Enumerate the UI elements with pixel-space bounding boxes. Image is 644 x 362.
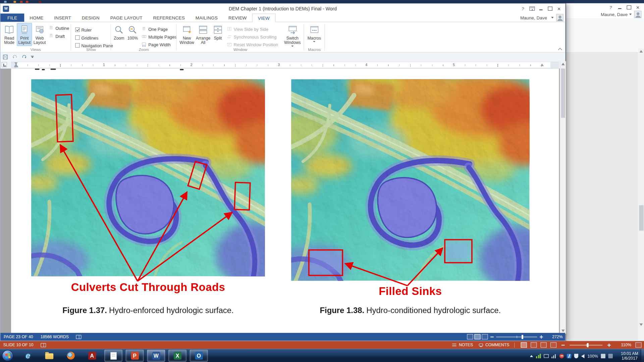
tab-insert[interactable]: INSERT bbox=[49, 13, 76, 21]
hanging-indent-marker[interactable] bbox=[14, 64, 18, 66]
tab-review[interactable]: REVIEW bbox=[223, 13, 252, 21]
synchronous-scrolling-button[interactable]: Synchronous Scrolling bbox=[227, 33, 279, 40]
fit-to-window-icon[interactable] bbox=[635, 342, 641, 348]
page-indicator[interactable]: PAGE 23 OF 40 bbox=[4, 335, 33, 339]
tab-file[interactable]: FILE bbox=[0, 13, 24, 21]
background-qat-icon[interactable] bbox=[26, 1, 28, 3]
powerpoint-scrollbar[interactable] bbox=[638, 48, 644, 327]
taskbar-outlook[interactable]: O bbox=[190, 350, 208, 362]
display-icon[interactable] bbox=[544, 354, 549, 358]
spellcheck-icon[interactable] bbox=[41, 343, 46, 347]
tray-app-icon[interactable] bbox=[601, 354, 605, 358]
one-page-button[interactable]: One Page bbox=[141, 25, 176, 33]
avatar[interactable] bbox=[634, 11, 642, 18]
checkbox-icon[interactable] bbox=[75, 35, 79, 40]
tab-view[interactable]: VIEW bbox=[252, 13, 275, 22]
zoom-100-button[interactable]: 100% bbox=[125, 23, 140, 46]
background-qat-icon[interactable] bbox=[13, 1, 16, 3]
security-shield-icon[interactable] bbox=[574, 354, 578, 358]
zoom-in-icon[interactable] bbox=[607, 343, 611, 347]
multiple-pages-button[interactable]: Multiple Pages bbox=[141, 33, 176, 40]
horizontal-ruler[interactable]: 1 2 3 4 5 bbox=[11, 62, 559, 68]
start-button[interactable] bbox=[2, 350, 13, 361]
tab-home[interactable]: HOME bbox=[24, 13, 49, 21]
web-layout-button[interactable]: Web Layout bbox=[32, 23, 47, 46]
scroll-down-icon[interactable] bbox=[640, 323, 643, 326]
word-count[interactable]: 18566 WORDS bbox=[41, 335, 69, 339]
performance-monitor-icon[interactable] bbox=[536, 353, 541, 358]
scroll-down-icon[interactable] bbox=[561, 329, 565, 332]
notification-icon[interactable] bbox=[559, 354, 564, 358]
tray-app-icon[interactable] bbox=[608, 354, 612, 358]
account-area[interactable]: Maune, Dave bbox=[520, 13, 565, 21]
normal-view-icon[interactable] bbox=[521, 342, 527, 348]
tab-design[interactable]: DESIGN bbox=[76, 13, 105, 21]
ruler-checkbox[interactable]: Ruler bbox=[75, 26, 111, 33]
network-signal-icon[interactable] bbox=[552, 353, 557, 358]
scrollbar-thumb[interactable] bbox=[561, 68, 565, 118]
checkbox-checked-icon[interactable] bbox=[75, 27, 79, 32]
switch-windows-button[interactable]: Switch Windows bbox=[282, 23, 303, 47]
ribbon-display-options-icon[interactable] bbox=[527, 6, 536, 12]
proofing-icon[interactable] bbox=[76, 335, 82, 339]
print-layout-button[interactable]: Print Layout bbox=[17, 23, 32, 46]
slide-sorter-icon[interactable] bbox=[531, 342, 537, 348]
slide-indicator[interactable]: SLIDE 10 OF 10 bbox=[3, 343, 34, 347]
close-icon[interactable] bbox=[633, 4, 642, 10]
redo-icon[interactable] bbox=[21, 54, 27, 60]
background-qat-icon[interactable] bbox=[4, 1, 6, 3]
document-area[interactable]: Culverts Cut Through Roads Filled Sinks … bbox=[0, 68, 560, 334]
battery-percentage[interactable]: 100% bbox=[588, 354, 598, 358]
zoom-in-icon[interactable] bbox=[540, 335, 543, 339]
taskbar-internet-explorer[interactable]: e bbox=[19, 350, 37, 362]
close-icon[interactable] bbox=[554, 6, 564, 12]
save-icon[interactable] bbox=[2, 54, 8, 60]
comments-button[interactable]: COMMENTS bbox=[485, 343, 509, 347]
notes-button[interactable]: NOTES bbox=[459, 343, 473, 347]
scroll-up-icon[interactable] bbox=[640, 50, 643, 52]
bluetooth-icon[interactable] bbox=[567, 354, 571, 358]
print-layout-view-icon[interactable] bbox=[474, 334, 480, 340]
taskbar-excel[interactable]: X bbox=[168, 350, 186, 362]
avatar[interactable] bbox=[556, 14, 564, 21]
undo-icon[interactable] bbox=[12, 54, 18, 60]
clock[interactable]: 10:01 AM 1/6/2017 bbox=[621, 351, 638, 360]
zoom-slider-thumb[interactable] bbox=[522, 335, 523, 339]
zoom-slider[interactable] bbox=[570, 345, 602, 345]
split-button[interactable]: Split bbox=[212, 23, 224, 46]
view-side-by-side-button[interactable]: View Side by Side bbox=[227, 25, 279, 33]
gridlines-checkbox[interactable]: Gridlines bbox=[75, 34, 111, 41]
tab-page-layout[interactable]: PAGE LAYOUT bbox=[105, 13, 148, 21]
word-scrollbar[interactable] bbox=[560, 61, 566, 334]
show-hidden-icons-icon[interactable] bbox=[530, 355, 533, 357]
help-icon[interactable] bbox=[606, 4, 615, 10]
powerpoint-account[interactable]: Maune, Dave bbox=[601, 11, 642, 18]
help-icon[interactable] bbox=[518, 6, 527, 12]
collapse-ribbon-icon[interactable] bbox=[558, 48, 562, 51]
volume-icon[interactable] bbox=[581, 354, 585, 358]
web-layout-view-icon[interactable] bbox=[482, 334, 488, 340]
taskbar-browser[interactable] bbox=[62, 350, 80, 362]
taskbar-word[interactable]: W bbox=[147, 350, 165, 362]
zoom-out-icon[interactable] bbox=[561, 345, 565, 345]
outline-button[interactable]: Outline bbox=[48, 24, 69, 32]
document-page[interactable]: Culverts Cut Through Roads Filled Sinks … bbox=[11, 68, 559, 334]
right-indent-marker[interactable] bbox=[540, 64, 544, 66]
background-qat-icon[interactable] bbox=[20, 1, 22, 3]
zoom-slider-thumb[interactable] bbox=[587, 343, 589, 347]
zoom-percentage[interactable]: 272% bbox=[549, 335, 563, 339]
read-mode-view-icon[interactable] bbox=[467, 334, 473, 340]
word-titlebar[interactable]: DEM Chapter 1 (Introduction to DEMs) Fin… bbox=[0, 4, 565, 13]
maximize-icon[interactable] bbox=[545, 6, 554, 12]
tab-selector-icon[interactable] bbox=[2, 62, 7, 67]
draft-button[interactable]: Draft bbox=[48, 33, 69, 40]
taskbar-adobe-reader[interactable]: A bbox=[83, 350, 101, 362]
macros-button[interactable]: Macros bbox=[306, 23, 322, 46]
new-window-button[interactable]: New Window bbox=[179, 23, 195, 46]
left-indent-marker[interactable] bbox=[14, 66, 18, 67]
taskbar-powerpoint[interactable]: P bbox=[126, 350, 144, 362]
customize-qat-icon[interactable] bbox=[31, 56, 34, 58]
arrange-all-button[interactable]: Arrange All bbox=[195, 23, 211, 46]
show-desktop-button[interactable] bbox=[641, 349, 644, 362]
tab-references[interactable]: REFERENCES bbox=[148, 13, 190, 21]
